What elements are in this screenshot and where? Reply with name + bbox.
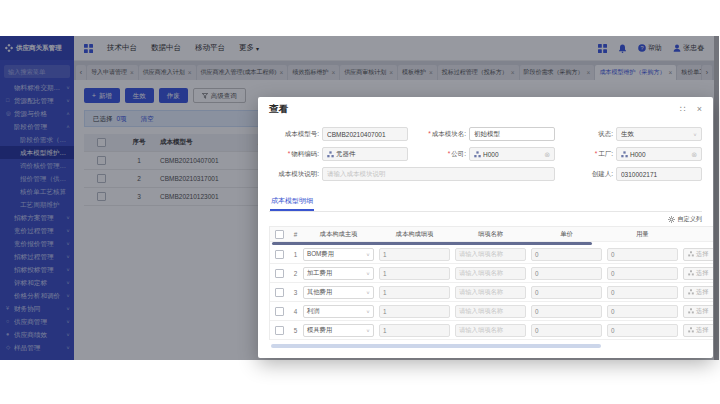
chevron-down-icon: ∨ [366,290,370,295]
chevron-down-icon: ∨ [693,131,697,137]
col-main-item: 成本构成主项 [303,230,379,239]
field-model-name: *成本模块名: 初始模型 [416,127,555,141]
sub-item-input[interactable]: 1 [379,286,450,299]
main-item-select[interactable]: 模具费用∨ [303,324,374,337]
category-tag-icon [688,327,694,333]
item-name-input[interactable]: 请输入细项名称 [455,305,526,318]
category-tag-icon [621,151,628,158]
col-usage: 用量 [607,230,683,239]
unit-price-input[interactable]: 0 [531,305,602,318]
item-name-input[interactable]: 请输入细项名称 [455,248,526,261]
usage-input[interactable]: 0 [607,286,678,299]
close-icon[interactable]: × [697,105,702,114]
category-tag-icon [688,251,694,257]
chevron-down-icon: ∨ [366,271,370,276]
field-factory: *工厂: H000 ⊗ [563,147,702,161]
col-unit-price: 单价 [531,230,607,239]
sub-item-input[interactable]: 1 [379,267,450,280]
modal-title: 查看 [269,103,288,116]
field-status: 状态: 生效∨ [563,127,702,141]
select-reference-button[interactable]: 选择 [683,286,713,299]
main-item-select[interactable]: 利润∨ [303,305,374,318]
detail-row-checkbox[interactable] [275,269,284,278]
unit-price-input[interactable]: 0 [531,267,602,280]
sub-item-input[interactable]: 1 [379,248,450,261]
category-tag-icon [474,151,481,158]
chevron-down-icon: ∨ [366,309,370,314]
usage-input[interactable]: 0 [607,324,678,337]
category-tag-icon [688,308,694,314]
sub-item-input[interactable]: 1 [379,305,450,318]
unit-price-input[interactable]: 0 [531,286,602,299]
chevron-down-icon: ∨ [366,252,370,257]
status-select[interactable]: 生效∨ [616,127,702,141]
clear-icon[interactable]: ⊗ [544,151,550,158]
form-grid: 成本模型号: CBMB20210407001 *成本模块名: 初始模型 状态: … [269,127,702,181]
tab-cost-model-detail[interactable]: 成本模型明细 [270,195,314,211]
main-item-select[interactable]: 加工费用∨ [303,267,374,280]
model-no-input[interactable]: CBMB20210407001 [322,127,408,141]
description-input[interactable]: 请输入成本模块说明 [322,167,555,181]
modal-body: 成本模型号: CBMB20210407001 *成本模块名: 初始模型 状态: … [258,122,713,348]
field-company: *公司: H000 ⊗ [416,147,555,161]
required-asterisk: * [595,150,598,157]
detail-row-checkbox[interactable] [275,307,284,316]
fullscreen-icon[interactable]: ∷ [680,105,686,114]
unit-price-input[interactable]: 0 [531,324,602,337]
screenshot-canvas: 供应商关系管理 输入搜索菜单 物料标准交期管理 ∨ □ 货源配比管理 ∨ [0,0,720,404]
required-asterisk: * [448,150,451,157]
col-item-name: 细项名称 [455,230,531,239]
detail-row: 3 其他费用∨ 1 请输入细项名称 0 0 选择 [270,283,713,302]
customize-columns[interactable]: 自定义列 [269,215,702,224]
clear-icon[interactable]: ⊗ [691,151,697,158]
modal-header: 查看 ∷ × [258,97,713,122]
main-item-select[interactable]: 其他费用∨ [303,286,374,299]
sub-item-input[interactable]: 1 [379,324,450,337]
company-lookup-input[interactable]: H000 ⊗ [469,147,555,161]
material-lookup-input[interactable]: 元器件 [322,147,408,161]
factory-lookup-input[interactable]: H000 ⊗ [616,147,702,161]
item-name-input[interactable]: 请输入细项名称 [455,286,526,299]
detail-row-checkbox[interactable] [275,326,284,335]
detail-row-checkbox[interactable] [275,288,284,297]
field-description: 成本模块说明: 请输入成本模块说明 [269,167,555,181]
usage-input[interactable]: 0 [607,267,678,280]
select-reference-button[interactable]: 选择 [683,305,713,318]
modal-horizontal-scrollbar[interactable] [271,344,601,348]
gear-icon [668,216,675,223]
category-tag-icon [327,151,334,158]
select-reference-button[interactable]: 选择 [683,267,713,280]
detail-table-body: 1 BOM费用∨ 1 请输入细项名称 0 0 选择 [270,245,713,340]
detail-tabs: 成本模型明细 [269,189,702,212]
item-name-input[interactable]: 请输入细项名称 [455,267,526,280]
detail-row: 5 模具费用∨ 1 请输入细项名称 0 0 选择 [270,321,713,340]
unit-price-input[interactable]: 0 [531,248,602,261]
item-name-input[interactable]: 请输入细项名称 [455,324,526,337]
required-asterisk: * [428,130,431,137]
detail-select-all-checkbox[interactable] [275,230,284,239]
field-material: *物料编码: 元器件 [269,147,408,161]
detail-row: 2 加工费用∨ 1 请输入细项名称 0 0 选择 [270,264,713,283]
detail-table: # 成本构成主项 成本构成细项 细项名称 单价 用量 1 BOM费用∨ [269,226,713,340]
view-modal: 查看 ∷ × 成本模型号: CBMB20210407001 *成本模块名: 初始… [258,97,713,358]
detail-row: 1 BOM费用∨ 1 请输入细项名称 0 0 选择 [270,245,713,264]
required-asterisk: * [288,150,291,157]
detail-row: 4 利润∨ 1 请输入细项名称 0 0 选择 [270,302,713,321]
detail-header-row: # 成本构成主项 成本构成细项 细项名称 单价 用量 [270,227,713,242]
model-name-input[interactable]: 初始模型 [469,127,555,141]
chevron-down-icon: ∨ [366,328,370,333]
main-item-select[interactable]: BOM费用∨ [303,248,374,261]
category-tag-icon [688,270,694,276]
col-sub-item: 成本构成细项 [379,230,455,239]
usage-input[interactable]: 0 [607,305,678,318]
field-creator: 创建人: 0310002171 [563,167,702,181]
select-reference-button[interactable]: 选择 [683,324,713,337]
field-model-no: 成本模型号: CBMB20210407001 [269,127,408,141]
usage-input[interactable]: 0 [607,248,678,261]
category-tag-icon [688,289,694,295]
detail-row-checkbox[interactable] [275,250,284,259]
creator-input[interactable]: 0310002171 [616,167,702,181]
select-reference-button[interactable]: 选择 [683,248,713,261]
